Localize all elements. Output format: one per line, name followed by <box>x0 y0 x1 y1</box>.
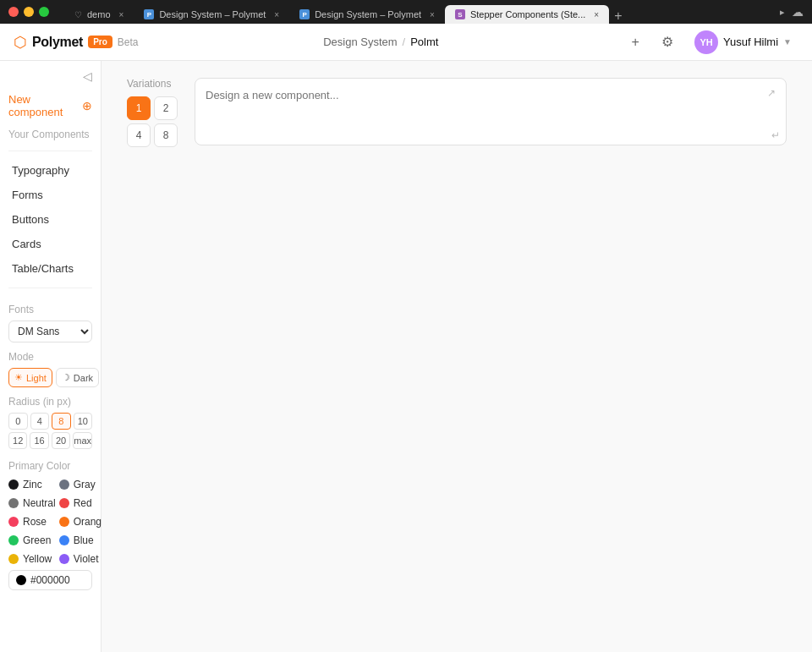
primary-color-label: Primary Color <box>8 460 92 472</box>
avatar: YH <box>694 30 718 54</box>
color-yellow[interactable]: Yellow <box>8 551 56 567</box>
minimize-button[interactable] <box>24 7 34 17</box>
color-grid: Zinc Gray Neutral Red <box>8 477 92 567</box>
expand-icon[interactable]: ↗ <box>763 85 780 101</box>
radius-grid-row2: 12 16 20 max <box>8 432 92 449</box>
sidebar-item-typography[interactable]: Typography <box>3 159 97 182</box>
mode-light-label: Light <box>26 373 47 383</box>
radius-20-button[interactable]: 20 <box>52 432 70 449</box>
fonts-section: Fonts DM Sans Inter Roboto Poppins <box>0 295 101 342</box>
sidebar-item-cards[interactable]: Cards <box>3 233 97 255</box>
submit-icon[interactable]: ↵ <box>771 129 780 141</box>
variation-8-button[interactable]: 8 <box>154 123 178 147</box>
blue-label: Blue <box>74 534 94 546</box>
radius-grid-row1: 0 4 8 10 <box>8 413 92 430</box>
orange-dot <box>59 517 69 527</box>
rose-dot <box>8 517 19 527</box>
color-rose[interactable]: Rose <box>8 514 56 529</box>
sidebar-item-table-charts[interactable]: Table/Charts <box>3 257 97 280</box>
tab-close-icon[interactable]: × <box>594 10 599 19</box>
variations-label: Variations <box>127 78 178 90</box>
mode-light-button[interactable]: ☀ Light <box>8 368 52 387</box>
color-neutral[interactable]: Neutral <box>8 496 56 511</box>
green-label: Green <box>23 534 51 546</box>
mode-label: Mode <box>8 351 92 363</box>
close-button[interactable] <box>8 7 19 17</box>
radius-max-button[interactable]: max <box>73 432 92 449</box>
primary-color-section: Primary Color Zinc Gray Neutral <box>0 452 101 590</box>
mode-dark-button[interactable]: ☽ Dark <box>56 368 99 387</box>
tab-close-icon[interactable]: × <box>274 10 279 19</box>
radius-8-button[interactable]: 8 <box>52 413 71 430</box>
radius-10-button[interactable]: 10 <box>74 413 93 430</box>
maximize-button[interactable] <box>39 7 49 17</box>
custom-color-button[interactable]: #000000 <box>8 570 92 590</box>
yellow-label: Yellow <box>23 553 52 565</box>
radius-4-button[interactable]: 4 <box>30 413 50 430</box>
browser-tab-design1[interactable]: P Design System – Polymet × <box>134 5 289 24</box>
zinc-dot <box>8 479 19 490</box>
user-menu[interactable]: YH Yusuf Hilmi ▼ <box>688 27 798 58</box>
collapse-sidebar-button[interactable]: ◁ <box>83 69 92 83</box>
tab-label: demo <box>87 9 111 19</box>
color-violet[interactable]: Violet <box>59 551 107 567</box>
design-textarea[interactable] <box>195 78 787 145</box>
sun-icon: ☀ <box>14 372 23 383</box>
nav-actions: + ⚙ YH Yusuf Hilmi ▼ <box>623 27 798 58</box>
textarea-top-icons: ↗ <box>763 85 780 101</box>
sidebar-item-buttons[interactable]: Buttons <box>3 208 97 231</box>
color-orange[interactable]: Orange <box>59 514 107 529</box>
browser-tabs: ♡ demo × P Design System – Polymet × P D… <box>64 0 765 24</box>
color-zinc[interactable]: Zinc <box>8 477 56 492</box>
new-tab-button[interactable]: + <box>609 8 627 24</box>
main-content: Variations 1 2 4 8 ↗ ↵ <box>102 61 812 652</box>
radius-label: Radius (in px) <box>8 396 92 408</box>
variations-panel: Variations 1 2 4 8 <box>127 78 178 148</box>
cursor-position: ▸ <box>780 7 785 18</box>
neutral-label: Neutral <box>23 497 56 509</box>
variation-4-button[interactable]: 4 <box>127 123 151 147</box>
user-name: Yusuf Hilmi <box>723 36 778 48</box>
custom-color-dot <box>16 575 26 585</box>
navbar: ⬡ Polymet Pro Beta Design System / Polmt… <box>0 24 812 61</box>
breadcrumb: Design System / Polmt <box>323 36 438 48</box>
tab-close-icon[interactable]: × <box>430 10 435 19</box>
gray-label: Gray <box>74 479 96 490</box>
radius-12-button[interactable]: 12 <box>8 432 27 449</box>
gray-dot <box>59 479 69 490</box>
add-button[interactable]: + <box>623 30 647 54</box>
tab-label: Design System – Polymet <box>315 9 421 19</box>
breadcrumb-section: Design System <box>323 36 397 48</box>
variations-area: Variations 1 2 4 8 ↗ ↵ <box>102 61 812 165</box>
radius-16-button[interactable]: 16 <box>30 432 48 449</box>
titlebar: ♡ demo × P Design System – Polymet × P D… <box>0 0 812 24</box>
mode-buttons: ☀ Light ☽ Dark <box>8 368 92 387</box>
neutral-dot <box>8 498 19 508</box>
violet-label: Violet <box>74 553 99 565</box>
color-gray[interactable]: Gray <box>59 477 107 492</box>
browser-tab-design2[interactable]: P Design System – Polymet × <box>289 5 445 24</box>
tab-close-icon[interactable]: × <box>119 10 124 19</box>
variation-2-button[interactable]: 2 <box>154 96 178 120</box>
color-red[interactable]: Red <box>59 496 107 511</box>
variations-grid: 1 2 4 8 <box>127 96 178 147</box>
window-controls <box>8 7 49 17</box>
settings-button[interactable]: ⚙ <box>656 30 679 54</box>
design-textarea-wrapper: ↗ ↵ <box>195 78 787 148</box>
custom-color-value: #000000 <box>30 574 70 586</box>
logo-text: Polymet <box>32 35 83 50</box>
browser-tab-demo[interactable]: ♡ demo × <box>64 5 134 24</box>
moon-icon: ☽ <box>62 372 70 383</box>
color-green[interactable]: Green <box>8 533 56 548</box>
sidebar-divider <box>8 151 92 151</box>
main-layout: ◁ New component ⊕ Your Components Typogr… <box>0 61 812 652</box>
sidebar-item-forms[interactable]: Forms <box>3 184 97 206</box>
font-select[interactable]: DM Sans Inter Roboto Poppins <box>8 321 92 342</box>
radius-0-button[interactable]: 0 <box>8 413 28 430</box>
variation-1-button[interactable]: 1 <box>127 96 151 120</box>
color-blue[interactable]: Blue <box>59 533 107 548</box>
new-component-button[interactable]: New component ⊕ <box>0 90 101 122</box>
radius-section: Radius (in px) 0 4 8 10 12 16 20 max <box>0 387 101 452</box>
browser-tab-stepper[interactable]: S Stepper Components (Ste... × <box>445 5 609 24</box>
sidebar: ◁ New component ⊕ Your Components Typogr… <box>0 61 102 652</box>
